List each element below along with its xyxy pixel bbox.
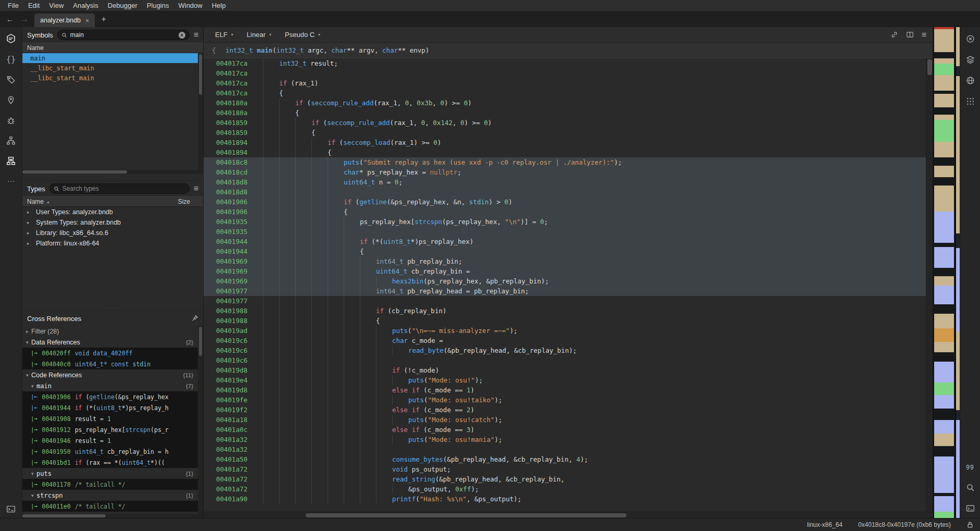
address[interactable]: 00401977: [216, 297, 249, 305]
code-line[interactable]: 00401969hexs2bin(ps_replay_hex, &pb_repl…: [204, 276, 933, 286]
code-token[interactable]: * ps_replay_hex =: [359, 168, 430, 176]
strings-globe-icon[interactable]: [966, 76, 975, 85]
code-token[interactable]: stdin: [469, 198, 489, 206]
code-token[interactable]: 0x142: [433, 119, 453, 127]
code-token[interactable]: *)ps_replay_h: [122, 404, 169, 412]
code-line[interactable]: 00401a72read_string(&pb_replay_head, &cb…: [204, 474, 933, 484]
code-token[interactable]: /* tailcall */: [75, 481, 125, 488]
code-token[interactable]: else: [392, 406, 408, 414]
code-line[interactable]: 004019e4puts("Mode: osu!");: [204, 375, 933, 385]
code-token[interactable]: ): [471, 406, 475, 414]
code-token[interactable]: nullptr: [430, 168, 458, 176]
code-token[interactable]: );: [475, 376, 483, 384]
code-line[interactable]: 00401a50consume_bytes(&pb_replay_head, &…: [204, 454, 933, 464]
code-token[interactable]: ps_replay_hex[: [75, 426, 125, 434]
address[interactable]: 004019c6: [216, 347, 249, 354]
code-token[interactable]: (: [416, 495, 420, 503]
split-view-icon[interactable]: [906, 31, 914, 39]
code-token[interactable]: {: [295, 109, 299, 117]
address[interactable]: 00401906: [216, 198, 249, 206]
symbols-menu-icon[interactable]: ≡: [194, 30, 198, 40]
code-token[interactable]: int32_t: [279, 59, 307, 67]
code-token[interactable]: (&pb_replay_head, &cb_replay_bin,: [443, 455, 576, 463]
code-line[interactable]: 00401906if (getline(&ps_replay_hex, &n, …: [204, 197, 933, 207]
address[interactable]: 004019fe: [216, 396, 249, 404]
code-token[interactable]: c_mode =: [408, 337, 443, 344]
panel-splitter[interactable]: ·····: [22, 174, 203, 181]
code-token[interactable]: (*(: [82, 404, 97, 412]
code-token[interactable]: /* tailcall */: [75, 503, 125, 510]
code-line[interactable]: 004019c6: [204, 355, 933, 365]
code-token[interactable]: 1: [107, 415, 111, 423]
address[interactable]: 00401935: [216, 228, 249, 236]
cross-references-panel-icon[interactable]: [966, 34, 975, 43]
code-token[interactable]: (&ps_replay_hex: [115, 393, 169, 401]
address[interactable]: 00401a72: [216, 485, 249, 493]
code-token[interactable]: hexs2bin: [392, 277, 423, 285]
location-pin-icon[interactable]: [6, 95, 16, 105]
menu-item-plugins[interactable]: Plugins: [142, 1, 174, 10]
code-token[interactable]: uint64_t: [122, 459, 150, 466]
code-token[interactable]: puts: [392, 327, 408, 335]
code-token[interactable]: pb_replay_bin;: [404, 257, 462, 265]
code-token[interactable]: puts: [344, 158, 359, 166]
code-line[interactable]: 00401935ps_replay_hex[strcspn(ps_replay_…: [204, 217, 933, 227]
code-token[interactable]: {: [328, 149, 332, 156]
address[interactable]: 00401a90: [216, 495, 249, 503]
code-token[interactable]: 0: [441, 99, 445, 107]
address[interactable]: 00401a0c: [216, 426, 249, 434]
code-token[interactable]: 0: [484, 119, 488, 127]
code-token[interactable]: (: [424, 416, 428, 424]
xref-row[interactable]: |→00401946result = 1: [22, 435, 203, 446]
tab-close-icon[interactable]: ×: [85, 17, 90, 24]
menu-item-debugger[interactable]: Debugger: [103, 1, 142, 10]
code-line[interactable]: 00401988if (cb_replay_bin): [204, 306, 933, 316]
memory-map-grid-icon[interactable]: [966, 97, 975, 106]
code-token[interactable]: strcspn: [125, 426, 150, 434]
code-token[interactable]: ) >: [489, 198, 505, 206]
code-line[interactable]: 00401859if (seccomp_rule_add(rax_1, 0, 0…: [204, 118, 933, 128]
code-token[interactable]: (rax_1) >=: [390, 139, 433, 146]
address[interactable]: 004017ca: [216, 89, 249, 97]
code-token[interactable]: read_byte: [408, 347, 444, 354]
code-token[interactable]: 0: [421, 119, 425, 127]
menu-item-file[interactable]: File: [3, 1, 23, 10]
code-line[interactable]: 004019d8else if (c_mode == 1): [204, 385, 933, 395]
code-token[interactable]: 1: [467, 386, 471, 394]
code-line[interactable]: 00401977int64_t pb_replay_head = pb_repl…: [204, 286, 933, 296]
code-token[interactable]: stdin: [132, 361, 150, 368]
code-token[interactable]: (rax == *(: [82, 459, 122, 466]
symbol-row[interactable]: __libc_start_main: [22, 73, 203, 83]
address[interactable]: 00401906: [216, 208, 249, 216]
xref-row[interactable]: |←00401906if (getline(&ps_replay_hex: [22, 391, 203, 402]
xrefs-vscrollbar[interactable]: [198, 326, 203, 514]
code-token[interactable]: void: [392, 465, 408, 473]
code-token[interactable]: cb_replay_bin = h: [104, 448, 169, 455]
code-token[interactable]: ;: [398, 178, 403, 186]
code-token[interactable]: seccomp_load: [343, 139, 390, 146]
address[interactable]: 004019c6: [216, 337, 249, 344]
code-line[interactable]: 0040180a{: [204, 108, 933, 118]
xref-row[interactable]: |→00401950uint64_t cb_replay_bin = h: [22, 446, 203, 457]
address[interactable]: 00401a72: [216, 465, 249, 473]
address[interactable]: 00401944: [216, 248, 249, 255]
code-token[interactable]: "Mode: osu!mania": [428, 436, 495, 443]
code-token[interactable]: "Submit replay as hex (use xxd -p -c0 re…: [363, 158, 614, 166]
address[interactable]: 004017ca: [216, 69, 249, 77]
code-line[interactable]: 00401969int64_t pb_replay_bin;: [204, 256, 933, 266]
code-token[interactable]: [107, 361, 111, 368]
code-token[interactable]: getline: [359, 198, 387, 206]
code-token[interactable]: (: [424, 396, 428, 404]
code-line[interactable]: 00401944if (*(uint8_t*)ps_replay_hex): [204, 237, 933, 246]
code-token[interactable]: 0: [405, 99, 409, 107]
code-line[interactable]: 004019feputs("Mode: osu!taiko");: [204, 395, 933, 405]
code-token[interactable]: result;: [307, 59, 338, 67]
address[interactable]: 004018d8: [216, 178, 249, 186]
code-token[interactable]: ** argv,: [347, 46, 382, 54]
code-token[interactable]: (ps_replay_hex, &pb_replay_bin);: [423, 277, 549, 285]
code-token[interactable]: int32_t: [225, 46, 253, 54]
code-token[interactable]: (: [319, 119, 327, 127]
code-token[interactable]: consume_bytes: [392, 455, 443, 463]
code-token[interactable]: {: [376, 317, 380, 325]
xrefs-hscrollbar[interactable]: [22, 514, 203, 518]
